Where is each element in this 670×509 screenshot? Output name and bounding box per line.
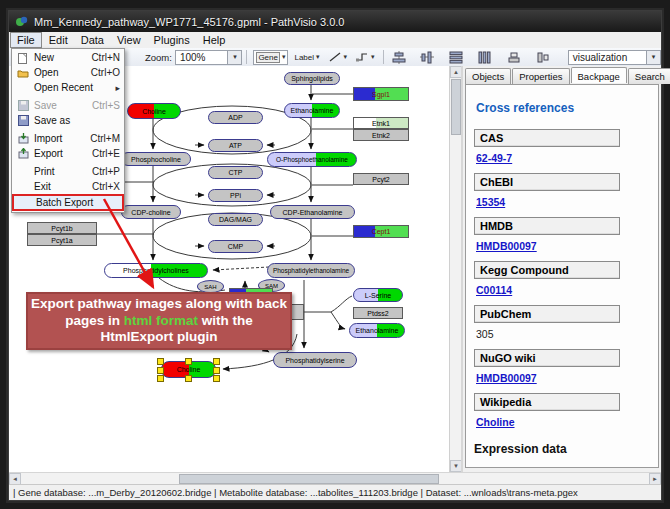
menu-item-export[interactable]: Export Ctrl+E bbox=[12, 146, 124, 161]
node-dag-mag[interactable]: DAG/MAG bbox=[208, 213, 263, 226]
node-atp[interactable]: ATP bbox=[208, 139, 263, 152]
canvas-vertical-scrollbar[interactable]: ▲ ▼ bbox=[449, 66, 461, 472]
node-sgpl1[interactable]: Sgpl1 bbox=[353, 87, 409, 101]
node-phosphatidylcholines[interactable]: Phosphatidylcholines bbox=[104, 263, 208, 278]
stack-left-icon[interactable] bbox=[535, 50, 551, 64]
menu-item-new[interactable]: New Ctrl+N bbox=[12, 50, 124, 65]
menu-item-label: New bbox=[34, 52, 83, 63]
selection-handle[interactable] bbox=[157, 367, 164, 374]
align-vcenter-icon[interactable] bbox=[391, 50, 407, 64]
node-pcyt1a[interactable]: Pcyt1a bbox=[27, 234, 97, 246]
line-tool-button[interactable] bbox=[326, 50, 350, 64]
align-hcenter-icon[interactable] bbox=[419, 50, 435, 64]
menu-view[interactable]: View bbox=[111, 33, 147, 47]
link-cas[interactable]: 62-49-7 bbox=[476, 152, 650, 164]
tab-properties[interactable]: Properties bbox=[512, 68, 569, 84]
menu-item-save[interactable]: Save Ctrl+S bbox=[12, 98, 124, 113]
blank-icon bbox=[16, 181, 30, 193]
node-sphingolipids[interactable]: Sphingolipids bbox=[284, 72, 340, 85]
save-icon bbox=[16, 100, 30, 112]
selection-handle[interactable] bbox=[157, 375, 164, 382]
node-ptdss2[interactable]: Ptdss2 bbox=[353, 307, 403, 319]
vertical-scroll-thumb[interactable] bbox=[451, 79, 461, 135]
menu-item-shortcut: Ctrl+S bbox=[92, 100, 120, 111]
menu-item-label: Save as bbox=[34, 115, 112, 126]
menu-item-label: Save bbox=[34, 100, 84, 111]
tab-objects[interactable]: Objects bbox=[465, 68, 511, 84]
node-etnk1[interactable]: Etnk1 bbox=[353, 117, 409, 129]
chevron-down-icon[interactable]: ▾ bbox=[646, 51, 660, 64]
distribute-horizontal-icon[interactable] bbox=[477, 50, 493, 64]
node-phosphatidylserine[interactable]: Phosphatidylserine bbox=[273, 352, 357, 368]
node-etnk2[interactable]: Etnk2 bbox=[353, 129, 409, 141]
zoom-combobox[interactable]: 100% ▾ bbox=[175, 50, 242, 65]
selection-handle[interactable] bbox=[213, 367, 220, 374]
title-bar[interactable]: Mm_Kennedy_pathway_WP1771_45176.gpml - P… bbox=[9, 11, 661, 32]
menu-item-open[interactable]: Open Ctrl+O bbox=[12, 65, 124, 80]
node-cdp-choline[interactable]: CDP-choline bbox=[121, 205, 181, 219]
visualization-combobox[interactable]: visualization ▾ bbox=[568, 50, 661, 65]
horizontal-scroll-thumb[interactable] bbox=[179, 474, 439, 484]
link-nugo[interactable]: HMDB00097 bbox=[476, 372, 650, 384]
tab-backpage[interactable]: Backpage bbox=[571, 67, 627, 83]
node-ethanolamine-top[interactable]: Ethanolamine bbox=[284, 103, 340, 118]
menu-file[interactable]: File bbox=[10, 32, 42, 48]
elbow-connector-icon bbox=[355, 51, 369, 63]
node-cdp-ethanolamine[interactable]: CDP-Ethanolamine bbox=[270, 205, 355, 219]
link-chebi[interactable]: 15354 bbox=[476, 196, 650, 208]
menu-item-batch-export[interactable]: Batch Export bbox=[12, 194, 124, 211]
node-l-serine[interactable]: L-Serine bbox=[353, 288, 403, 302]
open-folder-icon bbox=[16, 67, 30, 79]
node-choline-top[interactable]: Choline bbox=[127, 103, 181, 119]
annotation-callout: Export pathway images along with back pa… bbox=[26, 292, 292, 350]
node-ctp[interactable]: CTP bbox=[208, 166, 263, 179]
node-cmp[interactable]: CMP bbox=[208, 240, 263, 253]
gene-tool-label: Gene bbox=[256, 52, 280, 63]
gene-tool-button[interactable]: Gene bbox=[253, 50, 288, 65]
distribute-vertical-icon[interactable] bbox=[448, 50, 464, 64]
menu-help[interactable]: Help bbox=[197, 33, 232, 47]
visualization-value: visualization bbox=[573, 52, 627, 63]
node-phosphocholine[interactable]: Phosphocholine bbox=[121, 152, 191, 166]
label-tool-button[interactable]: Label bbox=[292, 52, 321, 63]
node-adp[interactable]: ADP bbox=[208, 111, 263, 124]
chevron-down-icon[interactable]: ▾ bbox=[227, 51, 241, 64]
connector-tool-button[interactable] bbox=[353, 50, 377, 64]
new-file-icon bbox=[16, 52, 30, 64]
menu-item-save-as[interactable]: Save as bbox=[12, 113, 124, 128]
node-cept1[interactable]: Cept1 bbox=[353, 225, 409, 238]
menu-plugins[interactable]: Plugins bbox=[148, 33, 196, 47]
menu-item-label: Exit bbox=[34, 181, 84, 192]
node-phosphatidylethanolamine[interactable]: Phosphatidylethanolamine bbox=[267, 263, 355, 278]
menu-item-open-recent[interactable]: Open Recent bbox=[12, 80, 124, 95]
menu-edit[interactable]: Edit bbox=[43, 33, 74, 47]
file-menu-popup: New Ctrl+N Open Ctrl+O Open Recent Save … bbox=[11, 48, 125, 213]
blank-icon bbox=[18, 197, 32, 209]
tab-search[interactable]: Search bbox=[628, 68, 670, 84]
menu-item-label: Open bbox=[34, 67, 83, 78]
node-o-phosphoethanolamine[interactable]: O-Phosphoethanolamine bbox=[267, 152, 357, 167]
selection-handle[interactable] bbox=[185, 358, 192, 365]
menu-item-exit[interactable]: Exit Ctrl+X bbox=[12, 179, 124, 194]
selection-handle[interactable] bbox=[157, 358, 164, 365]
stack-bottom-icon[interactable] bbox=[506, 50, 522, 64]
node-pcyt1b[interactable]: Pcyt1b bbox=[27, 222, 97, 234]
menu-data[interactable]: Data bbox=[75, 33, 110, 47]
menu-item-import[interactable]: Import Ctrl+M bbox=[12, 131, 124, 146]
node-ethanolamine-bottom[interactable]: Ethanolamine bbox=[349, 323, 405, 338]
node-ppi[interactable]: PPi bbox=[208, 189, 263, 202]
callout-text-highlight: html format bbox=[124, 313, 198, 328]
selection-handle[interactable] bbox=[213, 358, 220, 365]
link-kegg[interactable]: C00114 bbox=[476, 284, 650, 296]
section-header-chebi: ChEBI bbox=[474, 173, 620, 191]
canvas-horizontal-scrollbar[interactable]: ◄ ► bbox=[9, 472, 661, 484]
menu-item-shortcut: Ctrl+O bbox=[91, 67, 120, 78]
backpage-content[interactable]: Cross references CAS 62-49-7 ChEBI 15354… bbox=[465, 84, 659, 468]
link-hmdb[interactable]: HMDB00097 bbox=[476, 240, 650, 252]
app-window: Mm_Kennedy_pathway_WP1771_45176.gpml - P… bbox=[8, 10, 662, 501]
selection-handle[interactable] bbox=[213, 375, 220, 382]
link-wikipedia[interactable]: Choline bbox=[476, 416, 650, 428]
node-pcyt2[interactable]: Pcyt2 bbox=[353, 173, 409, 185]
selection-handle[interactable] bbox=[185, 375, 192, 382]
menu-item-print[interactable]: Print Ctrl+P bbox=[12, 164, 124, 179]
